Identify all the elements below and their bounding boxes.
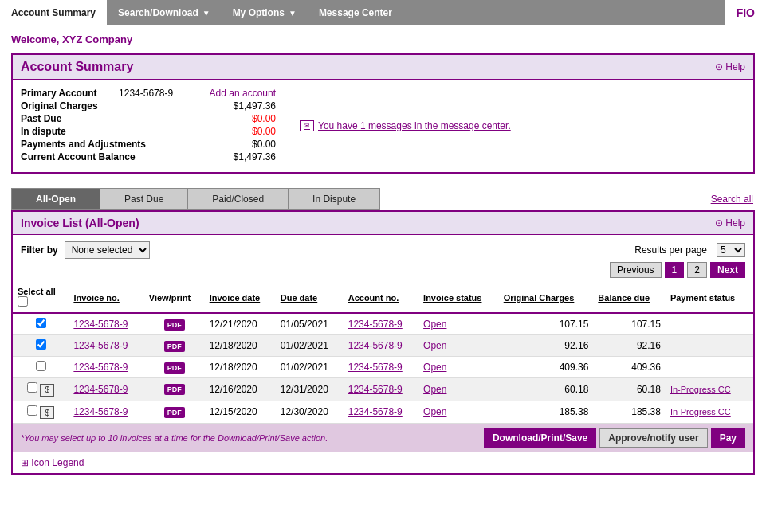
page-1-button[interactable]: 1 [665, 262, 685, 278]
account-summary-body: Primary Account 1234-5678-9 Add an accou… [13, 80, 753, 172]
account-summary-header: Account Summary ⊙ Help [13, 55, 753, 80]
row-checkbox[interactable] [27, 405, 37, 416]
row-view-print: PDF [144, 378, 205, 401]
row-view-print: PDF [144, 313, 205, 335]
row-invoice-date: 12/18/2020 [205, 335, 276, 357]
payments-row: Payments and Adjustments $0.00 [21, 139, 276, 150]
invoice-no-link[interactable]: 1234-5678-9 [73, 406, 128, 417]
row-balance-due: 107.15 [593, 313, 666, 335]
col-account-no[interactable]: Account no. [344, 283, 418, 313]
invoice-no-link[interactable]: 1234-5678-9 [73, 362, 128, 373]
pay-button[interactable]: Pay [711, 428, 745, 448]
row-invoice-no: 1234-5678-9 [69, 357, 143, 378]
add-account-link[interactable]: Add an account [210, 88, 276, 99]
table-row: $ 1234-5678-9 PDF 12/15/2020 12/30/2020 … [13, 401, 753, 424]
table-row: 1234-5678-9 PDF 12/18/2020 01/02/2021 12… [13, 357, 753, 378]
pdf-icon[interactable]: PDF [164, 384, 185, 395]
account-summary-box: Account Summary ⊙ Help Primary Account 1… [11, 53, 755, 174]
filter-left: Filter by None selected [21, 241, 150, 259]
tab-past-due[interactable]: Past Due [100, 188, 188, 210]
invoice-table: Select all Invoice no. View/print Invoic… [13, 283, 753, 424]
nav-my-options[interactable]: My Options ▼ [222, 0, 308, 25]
account-summary-title: Account Summary [21, 60, 133, 74]
invoice-status-link[interactable]: Open [423, 384, 446, 395]
search-all-link[interactable]: Search all [711, 194, 755, 205]
select-all-checkbox[interactable] [18, 296, 28, 307]
filter-pagination-row: Filter by None selected Results per page… [13, 235, 753, 262]
row-invoice-status: Open [418, 313, 499, 335]
col-invoice-date[interactable]: Invoice date [205, 283, 276, 313]
nav-search-download[interactable]: Search/Download ▼ [107, 0, 222, 25]
invoice-list-help[interactable]: ⊙ Help [715, 217, 745, 229]
invoice-no-link[interactable]: 1234-5678-9 [73, 340, 128, 351]
past-due-row: Past Due $0.00 [21, 113, 276, 124]
table-row: 1234-5678-9 PDF 12/18/2020 01/02/2021 12… [13, 335, 753, 357]
tab-in-dispute[interactable]: In Dispute [288, 188, 380, 210]
account-summary-help[interactable]: ⊙ Help [715, 61, 745, 72]
results-per-page-select[interactable]: 5 10 25 [717, 243, 745, 257]
row-checkbox-cell [13, 313, 69, 335]
results-per-page-label: Results per page [634, 244, 707, 256]
invoice-no-link[interactable]: 1234-5678-9 [73, 319, 128, 330]
approve-notify-button[interactable]: Approve/notify user [599, 428, 707, 448]
pagination-controls: Results per page 5 10 25 [634, 243, 745, 257]
account-no-link[interactable]: 1234-5678-9 [348, 319, 403, 330]
invoice-list-header: Invoice List (All-Open) ⊙ Help [13, 212, 753, 235]
row-checkbox[interactable] [36, 318, 46, 328]
row-invoice-date: 12/21/2020 [205, 313, 276, 335]
invoice-status-link[interactable]: Open [423, 362, 446, 373]
primary-account-row: Primary Account 1234-5678-9 Add an accou… [21, 88, 276, 99]
col-invoice-status[interactable]: Invoice status [418, 283, 499, 313]
pdf-icon[interactable]: PDF [164, 362, 185, 374]
invoice-no-link[interactable]: 1234-5678-9 [73, 384, 128, 395]
download-print-save-button[interactable]: Download/Print/Save [484, 428, 596, 448]
row-checkbox[interactable] [36, 361, 46, 371]
next-button[interactable]: Next [710, 262, 745, 278]
pdf-icon[interactable]: PDF [164, 319, 185, 331]
pdf-icon[interactable]: PDF [164, 407, 185, 418]
page-buttons-row: Previous 1 2 Next [13, 262, 753, 283]
invoice-status-link[interactable]: Open [423, 340, 446, 351]
payment-status-link[interactable]: In-Progress CC [670, 407, 731, 417]
row-invoice-no: 1234-5678-9 [69, 335, 143, 357]
message-center-link[interactable]: ✉ You have 1 messages in the message cen… [300, 88, 511, 164]
icon-legend-row: ⊞ Icon Legend [13, 452, 753, 473]
row-checkbox[interactable] [36, 339, 46, 350]
col-balance-due[interactable]: Balance due [593, 283, 666, 313]
row-balance-due: 92.16 [593, 335, 666, 357]
account-no-link[interactable]: 1234-5678-9 [348, 384, 403, 395]
icon-legend-link[interactable]: ⊞ Icon Legend [21, 457, 84, 468]
row-checkbox-cell [13, 335, 69, 357]
col-invoice-no[interactable]: Invoice no. [69, 283, 143, 313]
row-invoice-status: Open [418, 357, 499, 378]
pdf-icon[interactable]: PDF [164, 341, 185, 352]
dollar-icon: $ [40, 384, 54, 397]
row-invoice-date: 12/18/2020 [205, 357, 276, 378]
account-no-link[interactable]: 1234-5678-9 [348, 340, 403, 351]
row-checkbox[interactable] [27, 382, 37, 393]
row-view-print: PDF [144, 335, 205, 357]
row-invoice-date: 12/16/2020 [205, 378, 276, 401]
row-account-no: 1234-5678-9 [344, 313, 418, 335]
col-due-date[interactable]: Due date [276, 283, 344, 313]
filter-select[interactable]: None selected [65, 241, 150, 259]
row-due-date: 12/31/2020 [276, 378, 344, 401]
payment-status-link[interactable]: In-Progress CC [670, 385, 731, 394]
tab-all-open[interactable]: All-Open [11, 188, 100, 210]
account-no-link[interactable]: 1234-5678-9 [348, 362, 403, 373]
account-no-link[interactable]: 1234-5678-9 [348, 406, 403, 417]
previous-button[interactable]: Previous [610, 262, 662, 278]
nav-message-center[interactable]: Message Center [308, 0, 403, 25]
col-select-all: Select all [13, 283, 69, 313]
page-2-button[interactable]: 2 [687, 262, 707, 278]
col-view-print: View/print [144, 283, 205, 313]
row-original-charges: 107.15 [499, 313, 594, 335]
row-payment-status: In-Progress CC [666, 378, 753, 401]
col-original-charges[interactable]: Original Charges [499, 283, 594, 313]
nav-account-summary[interactable]: Account Summary [0, 0, 107, 25]
row-view-print: PDF [144, 401, 205, 424]
tab-paid-closed[interactable]: Paid/Closed [187, 188, 289, 210]
invoice-status-link[interactable]: Open [423, 406, 446, 417]
invoice-status-link[interactable]: Open [423, 319, 446, 330]
row-view-print: PDF [144, 357, 205, 378]
